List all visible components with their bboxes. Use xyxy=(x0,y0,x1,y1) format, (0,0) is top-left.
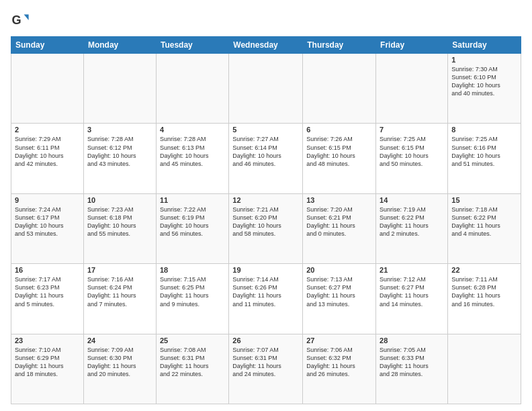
calendar-cell xyxy=(11,54,84,124)
cell-info: Sunrise: 7:19 AM Sunset: 6:22 PM Dayligh… xyxy=(380,205,444,238)
calendar-cell xyxy=(229,54,303,124)
cell-day-number: 4 xyxy=(160,126,225,134)
calendar-cell: 4Sunrise: 7:28 AM Sunset: 6:13 PM Daylig… xyxy=(156,124,228,193)
cell-info: Sunrise: 7:20 AM Sunset: 6:21 PM Dayligh… xyxy=(306,205,372,238)
svg-marker-1 xyxy=(24,15,29,20)
calendar-cell: 5Sunrise: 7:27 AM Sunset: 6:14 PM Daylig… xyxy=(229,124,303,193)
weekday-header-monday: Monday xyxy=(83,37,156,54)
cell-info: Sunrise: 7:14 AM Sunset: 6:26 PM Dayligh… xyxy=(232,275,299,308)
calendar-table: SundayMondayTuesdayWednesdayThursdayFrid… xyxy=(11,36,521,404)
cell-day-number: 21 xyxy=(380,266,444,274)
week-row-2: 2Sunrise: 7:29 AM Sunset: 6:11 PM Daylig… xyxy=(11,124,521,193)
calendar-cell: 23Sunrise: 7:10 AM Sunset: 6:29 PM Dayli… xyxy=(11,334,84,404)
cell-info: Sunrise: 7:06 AM Sunset: 6:32 PM Dayligh… xyxy=(306,346,372,379)
page: G SundayMondayTuesdayWednesdayThursdayFr… xyxy=(0,0,532,411)
weekday-header-wednesday: Wednesday xyxy=(229,37,303,54)
logo: G xyxy=(11,11,31,30)
calendar-cell: 8Sunrise: 7:25 AM Sunset: 6:16 PM Daylig… xyxy=(448,124,521,193)
calendar-cell: 15Sunrise: 7:18 AM Sunset: 6:22 PM Dayli… xyxy=(448,193,521,263)
calendar-cell: 19Sunrise: 7:14 AM Sunset: 6:26 PM Dayli… xyxy=(229,264,303,334)
cell-day-number: 12 xyxy=(232,196,299,204)
logo-icon: G xyxy=(11,11,30,30)
calendar-cell: 17Sunrise: 7:16 AM Sunset: 6:24 PM Dayli… xyxy=(83,264,156,334)
calendar-cell: 10Sunrise: 7:23 AM Sunset: 6:18 PM Dayli… xyxy=(83,193,156,263)
calendar-cell xyxy=(156,54,228,124)
calendar-cell: 20Sunrise: 7:13 AM Sunset: 6:27 PM Dayli… xyxy=(303,264,376,334)
cell-info: Sunrise: 7:28 AM Sunset: 6:12 PM Dayligh… xyxy=(87,135,152,168)
cell-info: Sunrise: 7:28 AM Sunset: 6:13 PM Dayligh… xyxy=(160,135,225,168)
calendar-cell: 14Sunrise: 7:19 AM Sunset: 6:22 PM Dayli… xyxy=(376,193,448,263)
cell-info: Sunrise: 7:21 AM Sunset: 6:20 PM Dayligh… xyxy=(232,205,299,238)
cell-info: Sunrise: 7:13 AM Sunset: 6:27 PM Dayligh… xyxy=(306,275,372,308)
calendar-cell: 9Sunrise: 7:24 AM Sunset: 6:17 PM Daylig… xyxy=(11,193,84,263)
cell-info: Sunrise: 7:24 AM Sunset: 6:17 PM Dayligh… xyxy=(15,205,80,238)
header: G xyxy=(11,11,521,30)
calendar-cell xyxy=(448,334,521,404)
cell-info: Sunrise: 7:12 AM Sunset: 6:27 PM Dayligh… xyxy=(380,275,444,308)
week-row-1: 1Sunrise: 7:30 AM Sunset: 6:10 PM Daylig… xyxy=(11,54,521,124)
weekday-header-sunday: Sunday xyxy=(11,37,84,54)
weekday-header-thursday: Thursday xyxy=(303,37,376,54)
cell-day-number: 11 xyxy=(160,196,225,204)
cell-day-number: 7 xyxy=(380,126,444,134)
cell-info: Sunrise: 7:10 AM Sunset: 6:29 PM Dayligh… xyxy=(15,346,80,379)
calendar-cell: 22Sunrise: 7:11 AM Sunset: 6:28 PM Dayli… xyxy=(448,264,521,334)
cell-day-number: 14 xyxy=(380,196,444,204)
cell-day-number: 25 xyxy=(160,336,225,345)
calendar-cell xyxy=(83,54,156,124)
cell-info: Sunrise: 7:17 AM Sunset: 6:23 PM Dayligh… xyxy=(15,275,80,308)
week-row-5: 23Sunrise: 7:10 AM Sunset: 6:29 PM Dayli… xyxy=(11,334,521,404)
cell-day-number: 17 xyxy=(87,266,152,274)
cell-info: Sunrise: 7:29 AM Sunset: 6:11 PM Dayligh… xyxy=(15,135,80,168)
calendar-cell: 13Sunrise: 7:20 AM Sunset: 6:21 PM Dayli… xyxy=(303,193,376,263)
cell-day-number: 18 xyxy=(160,266,225,274)
cell-day-number: 8 xyxy=(451,126,517,134)
calendar-cell: 18Sunrise: 7:15 AM Sunset: 6:25 PM Dayli… xyxy=(156,264,228,334)
cell-day-number: 1 xyxy=(451,56,517,64)
cell-info: Sunrise: 7:11 AM Sunset: 6:28 PM Dayligh… xyxy=(451,275,517,308)
week-row-4: 16Sunrise: 7:17 AM Sunset: 6:23 PM Dayli… xyxy=(11,264,521,334)
calendar-cell xyxy=(303,54,376,124)
calendar-cell: 6Sunrise: 7:26 AM Sunset: 6:15 PM Daylig… xyxy=(303,124,376,193)
cell-day-number: 5 xyxy=(232,126,299,134)
calendar-cell: 28Sunrise: 7:05 AM Sunset: 6:33 PM Dayli… xyxy=(376,334,448,404)
cell-info: Sunrise: 7:27 AM Sunset: 6:14 PM Dayligh… xyxy=(232,135,299,168)
cell-day-number: 15 xyxy=(451,196,517,204)
cell-info: Sunrise: 7:26 AM Sunset: 6:15 PM Dayligh… xyxy=(306,135,372,168)
cell-day-number: 3 xyxy=(87,126,152,134)
cell-day-number: 27 xyxy=(306,336,372,345)
calendar-cell xyxy=(376,54,448,124)
cell-day-number: 20 xyxy=(306,266,372,274)
weekday-header-saturday: Saturday xyxy=(448,37,521,54)
cell-day-number: 10 xyxy=(87,196,152,204)
cell-day-number: 13 xyxy=(306,196,372,204)
cell-info: Sunrise: 7:22 AM Sunset: 6:19 PM Dayligh… xyxy=(160,205,225,238)
calendar-cell: 7Sunrise: 7:25 AM Sunset: 6:15 PM Daylig… xyxy=(376,124,448,193)
cell-info: Sunrise: 7:18 AM Sunset: 6:22 PM Dayligh… xyxy=(451,205,517,238)
calendar-cell: 26Sunrise: 7:07 AM Sunset: 6:31 PM Dayli… xyxy=(229,334,303,404)
cell-day-number: 6 xyxy=(306,126,372,134)
calendar-cell: 27Sunrise: 7:06 AM Sunset: 6:32 PM Dayli… xyxy=(303,334,376,404)
cell-day-number: 9 xyxy=(15,196,80,204)
week-row-3: 9Sunrise: 7:24 AM Sunset: 6:17 PM Daylig… xyxy=(11,193,521,263)
cell-info: Sunrise: 7:30 AM Sunset: 6:10 PM Dayligh… xyxy=(451,65,517,98)
cell-day-number: 28 xyxy=(380,336,444,345)
cell-info: Sunrise: 7:25 AM Sunset: 6:15 PM Dayligh… xyxy=(380,135,444,168)
calendar-cell: 21Sunrise: 7:12 AM Sunset: 6:27 PM Dayli… xyxy=(376,264,448,334)
cell-info: Sunrise: 7:23 AM Sunset: 6:18 PM Dayligh… xyxy=(87,205,152,238)
cell-day-number: 22 xyxy=(451,266,517,274)
calendar-cell: 24Sunrise: 7:09 AM Sunset: 6:30 PM Dayli… xyxy=(83,334,156,404)
weekday-header-friday: Friday xyxy=(376,37,448,54)
weekday-header-tuesday: Tuesday xyxy=(156,37,228,54)
calendar-cell: 12Sunrise: 7:21 AM Sunset: 6:20 PM Dayli… xyxy=(229,193,303,263)
cell-info: Sunrise: 7:25 AM Sunset: 6:16 PM Dayligh… xyxy=(451,135,517,168)
cell-day-number: 23 xyxy=(15,336,80,345)
cell-day-number: 19 xyxy=(232,266,299,274)
cell-info: Sunrise: 7:15 AM Sunset: 6:25 PM Dayligh… xyxy=(160,275,225,308)
cell-day-number: 26 xyxy=(232,336,299,345)
calendar-cell: 2Sunrise: 7:29 AM Sunset: 6:11 PM Daylig… xyxy=(11,124,84,193)
cell-info: Sunrise: 7:05 AM Sunset: 6:33 PM Dayligh… xyxy=(380,346,444,379)
cell-info: Sunrise: 7:07 AM Sunset: 6:31 PM Dayligh… xyxy=(232,346,299,379)
calendar-cell: 1Sunrise: 7:30 AM Sunset: 6:10 PM Daylig… xyxy=(448,54,521,124)
weekday-header-row: SundayMondayTuesdayWednesdayThursdayFrid… xyxy=(11,37,521,54)
